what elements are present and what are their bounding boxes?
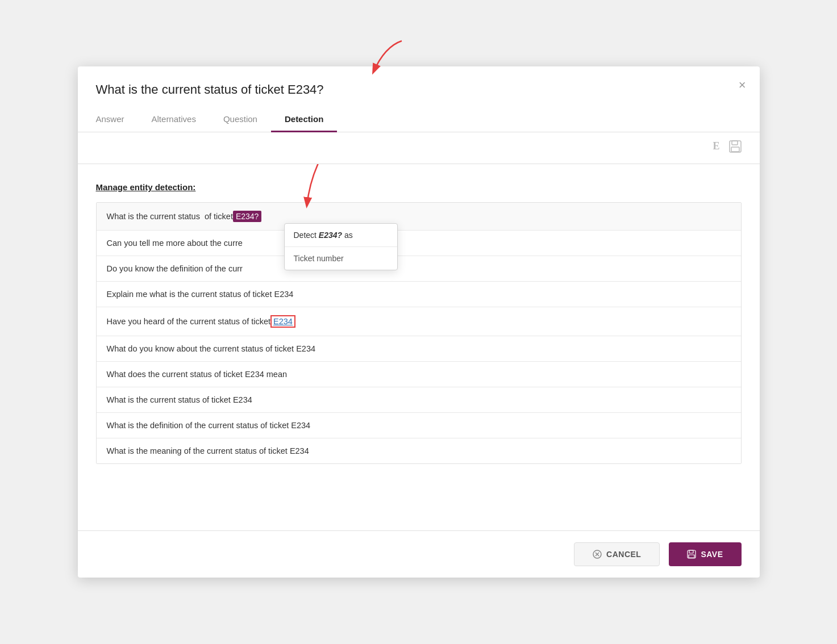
toolbar: E — [78, 132, 760, 164]
detection-arrow — [351, 35, 419, 81]
table-row: Have you heard of the current status of … — [97, 307, 741, 336]
tab-detection[interactable]: Detection — [271, 108, 337, 132]
tab-question[interactable]: Question — [210, 108, 271, 132]
sentence-text: Can you tell me more about the curre — [107, 239, 243, 248]
table-row: What is the definition of the current st… — [97, 413, 741, 438]
save-icon[interactable] — [729, 140, 742, 156]
sentence-text: What is the current status of ticket E23… — [107, 395, 252, 404]
table-row: What is the current status of ticket E23… — [97, 203, 741, 231]
entity-dropdown: Detect E234? as Ticket number — [284, 223, 398, 270]
svg-rect-10 — [689, 555, 694, 558]
sentence-text: What does the current status of ticket E… — [107, 370, 288, 379]
table-row: Explain me what is the current status of… — [97, 282, 741, 307]
tab-alternatives[interactable]: Alternatives — [138, 108, 210, 132]
section-title: Manage entity detection: — [96, 182, 742, 192]
dialog-body: Manage entity detection: What is the cur… — [78, 164, 760, 530]
cancel-button[interactable]: CANCEL — [574, 542, 660, 566]
sentence-text: What do you know about the current statu… — [107, 344, 316, 353]
tab-answer[interactable]: Answer — [96, 108, 138, 132]
dialog-title: What is the current status of ticket E23… — [96, 82, 742, 97]
table-row: What do you know about the current statu… — [97, 336, 741, 362]
entity-link[interactable]: E234 — [270, 315, 295, 328]
cancel-icon — [593, 550, 602, 559]
sentence-text: What is the meaning of the current statu… — [107, 446, 309, 455]
dialog-footer: CANCEL SAVE — [78, 530, 760, 578]
sentence-text-before: What is the current status of ticket — [107, 212, 233, 221]
svg-rect-2 — [732, 141, 738, 145]
dialog-header: What is the current status of ticket E23… — [78, 66, 760, 132]
sentence-list: What is the current status of ticket E23… — [96, 202, 742, 464]
sentence-text-before: Have you heard of the current status of … — [107, 317, 271, 326]
table-row: What is the current status of ticket E23… — [97, 387, 741, 413]
tabs-container: Answer Alternatives Question Detection — [96, 108, 742, 132]
table-row: What does the current status of ticket E… — [97, 362, 741, 387]
close-button[interactable]: × — [736, 77, 748, 94]
dropdown-header: Detect E234? as — [285, 224, 397, 247]
entity-highlight[interactable]: E234? — [233, 211, 261, 222]
svg-rect-9 — [689, 550, 693, 553]
table-row: Do you know the definition of the curr — [97, 256, 741, 282]
edit-icon[interactable]: E — [713, 140, 719, 156]
sentence-text: Do you know the definition of the curr — [107, 264, 243, 273]
table-row: What is the meaning of the current statu… — [97, 438, 741, 463]
sentence-text: What is the definition of the current st… — [107, 421, 311, 430]
sentence-text: Explain me what is the current status of… — [107, 290, 294, 299]
save-floppy-icon — [687, 550, 696, 559]
table-row: Can you tell me more about the curre — [97, 231, 741, 256]
dialog: What is the current status of ticket E23… — [78, 66, 760, 578]
svg-rect-3 — [731, 147, 739, 152]
dropdown-option-ticket-number[interactable]: Ticket number — [285, 247, 397, 270]
save-button[interactable]: SAVE — [669, 542, 741, 566]
